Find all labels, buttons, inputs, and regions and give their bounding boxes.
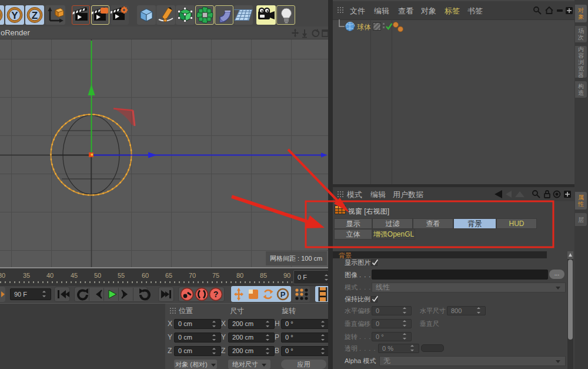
svg-text:P: P (280, 290, 286, 299)
svg-text:Y: Y (11, 10, 18, 21)
svg-text:?: ? (213, 290, 219, 299)
svg-text:Z: Z (32, 10, 38, 21)
